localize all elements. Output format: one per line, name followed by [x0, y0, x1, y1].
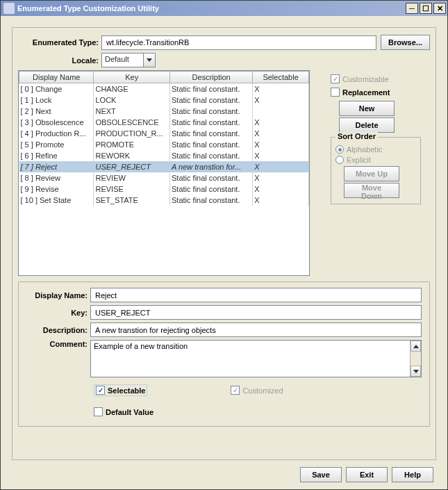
table-row[interactable]: [ 2 ] NextNEXTStatic final constant. — [19, 106, 309, 117]
key-field[interactable] — [90, 305, 422, 320]
sort-order-group: Sort Order Alphabetic Explicit Move Up M… — [331, 137, 421, 204]
chevron-down-icon — [147, 58, 152, 62]
sort-order-title: Sort Order — [335, 132, 378, 140]
app-window: Enumerated Type Customization Utility ─ … — [0, 0, 448, 490]
alphabetic-label: Alphabetic — [347, 145, 382, 154]
enum-type-field[interactable] — [101, 35, 376, 50]
textarea-scrollbar[interactable] — [410, 341, 421, 377]
table-row[interactable]: [ 7 ] RejectUSER_REJECTA new transtion f… — [19, 161, 309, 172]
save-button[interactable]: Save — [300, 467, 342, 482]
comment-value: Example of a new transition — [94, 342, 188, 350]
content-area: Enumerated Type: Browse... Locale: Defau… — [1, 16, 447, 490]
minimize-button[interactable]: ─ — [406, 3, 418, 14]
table-row[interactable]: [ 4 ] Production R...PRODUCTION_R...Stat… — [19, 128, 309, 139]
display-name-label: Display Name: — [24, 291, 90, 300]
key-label: Key: — [24, 309, 90, 317]
delete-button[interactable]: Delete — [339, 117, 395, 133]
customizable-checkbox — [331, 74, 340, 83]
chevron-up-icon — [413, 345, 419, 348]
replacement-checkbox[interactable] — [331, 88, 340, 97]
side-panel: Customizable Replacement New Delete Sort… — [331, 70, 421, 276]
table-header[interactable]: Selectable — [253, 72, 309, 83]
browse-button[interactable]: Browse... — [381, 35, 430, 50]
display-name-field[interactable] — [90, 288, 422, 302]
default-value-label: Default Value — [106, 408, 154, 416]
customized-label: Customized — [242, 386, 283, 395]
java-app-icon — [3, 3, 15, 14]
selectable-checkbox[interactable] — [96, 386, 105, 395]
customizable-label: Customizable — [342, 75, 389, 83]
table-row[interactable]: [ 5 ] PromotePROMOTEStatic final constan… — [19, 139, 309, 150]
table-header[interactable]: Key — [94, 72, 170, 83]
default-value-checkbox[interactable] — [94, 407, 103, 416]
table-header[interactable]: Description — [170, 72, 253, 83]
move-down-button: Move Down — [344, 183, 399, 198]
exit-button[interactable]: Exit — [346, 467, 388, 482]
selectable-label: Selectable — [108, 386, 145, 395]
window-title: Enumerated Type Customization Utility — [17, 4, 404, 13]
table-row[interactable]: [ 3 ] ObsolescenceOBSOLESCENCEStatic fin… — [19, 117, 309, 128]
locale-combo[interactable]: Default — [101, 53, 156, 67]
help-button[interactable]: Help — [392, 467, 433, 482]
move-up-button: Move Up — [344, 166, 399, 181]
table-row[interactable]: [ 0 ] ChangeCHANGEStatic final constant.… — [19, 83, 309, 95]
footer-buttons: Save Exit Help — [12, 467, 436, 482]
combo-chevron-icon[interactable] — [143, 53, 156, 67]
description-field[interactable] — [90, 322, 422, 337]
alphabetic-radio — [335, 145, 344, 154]
new-button[interactable]: New — [339, 101, 395, 116]
main-panel: Enumerated Type: Browse... Locale: Defau… — [12, 27, 436, 460]
locale-label: Locale: — [18, 56, 101, 65]
maximize-button[interactable]: ☐ — [420, 3, 432, 14]
explicit-label: Explicit — [347, 156, 371, 164]
close-button[interactable]: ✕ — [433, 3, 446, 14]
titlebar: Enumerated Type Customization Utility ─ … — [1, 1, 447, 16]
scroll-down-icon[interactable] — [410, 366, 421, 377]
scroll-up-icon[interactable] — [410, 341, 421, 352]
enum-table[interactable]: Display NameKeyDescriptionSelectable [ 0… — [18, 70, 310, 276]
comment-label: Comment: — [24, 340, 90, 348]
detail-panel: Display Name: Key: Description: Comment:… — [18, 281, 430, 427]
table-row[interactable]: [ 8 ] ReviewREVIEWStatic final constant.… — [19, 172, 309, 183]
table-row[interactable]: [ 1 ] LockLOCKStatic final constant.X — [19, 95, 309, 106]
description-label: Description: — [24, 326, 90, 334]
table-header[interactable]: Display Name — [19, 72, 94, 83]
table-row[interactable]: [ 9 ] ReviseREVISEStatic final constant.… — [19, 183, 309, 195]
table-row[interactable]: [ 10 ] Set StateSET_STATEStatic final co… — [19, 195, 309, 206]
replacement-label: Replacement — [342, 88, 390, 97]
customized-checkbox — [231, 386, 240, 395]
table-row[interactable]: [ 6 ] RefineREWORKStatic final constant.… — [19, 150, 309, 161]
chevron-down-icon — [413, 370, 419, 373]
comment-textarea[interactable]: Example of a new transition — [90, 340, 422, 377]
enum-type-label: Enumerated Type: — [18, 38, 101, 47]
explicit-radio — [335, 156, 344, 164]
locale-value: Default — [105, 55, 129, 63]
